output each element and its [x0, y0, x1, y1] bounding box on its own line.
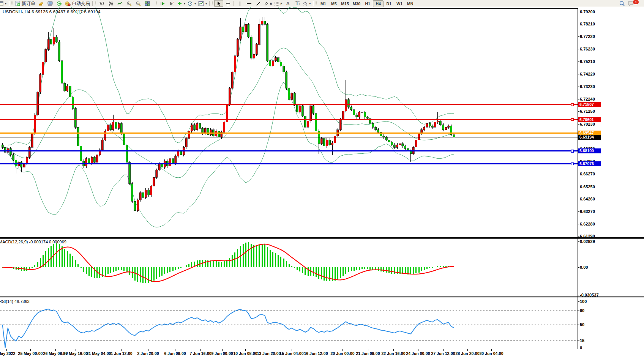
chart-window-button[interactable]: ▾: [0, 0, 8, 7]
price-tick-label: 6.78210: [580, 22, 595, 27]
zoom-out-button[interactable]: [134, 0, 143, 7]
timeframe-button-m30[interactable]: M30: [351, 0, 362, 7]
price-tick-label: 6.65250: [580, 185, 595, 189]
price-tick-label: 6.71250: [580, 109, 595, 114]
signals-icon: [57, 1, 62, 6]
price-badge: 6.67076: [578, 161, 601, 166]
horizontal-line-tool-button[interactable]: [245, 0, 254, 7]
timeframe-button-d1[interactable]: D1: [384, 0, 394, 7]
auto-scroll-button[interactable]: [158, 0, 167, 7]
trendline-tool-button[interactable]: [254, 0, 263, 7]
search-button[interactable]: [617, 0, 627, 7]
rsi-axis-label: 15: [580, 338, 584, 343]
time-axis-label: 24 Jun 00:00: [406, 351, 430, 356]
new-order-icon: [15, 1, 21, 6]
tile-windows-button[interactable]: [143, 0, 152, 7]
chart-title: USDCNH-,H4 6.69126 6.69437 6.69117 6.691…: [3, 9, 101, 14]
price-tick-label: 6.77220: [580, 34, 595, 39]
price-tick-label: 6.73230: [580, 84, 595, 89]
text-tool-button[interactable]: A: [283, 0, 292, 7]
toolbar-separator: [313, 1, 314, 6]
text-label-tool-button[interactable]: T: [292, 0, 301, 7]
hline-drag-marker[interactable]: [571, 103, 573, 106]
macd-axis-label: 0.00: [580, 265, 588, 270]
channel-tool-button[interactable]: E: [263, 0, 273, 7]
toolbar-separator: [209, 1, 210, 6]
horizontal-level-line[interactable]: [0, 163, 578, 164]
add-indicator-button[interactable]: ▾: [176, 0, 186, 7]
horizontal-level-line[interactable]: [0, 104, 578, 105]
chart-canvas[interactable]: [0, 7, 644, 358]
candlestick-chart-button[interactable]: [106, 0, 115, 7]
zoom-in-button[interactable]: [125, 0, 134, 7]
horizontal-line-icon: [246, 1, 252, 6]
time-axis-label: 7 Jun 16:00: [189, 351, 211, 356]
autotrading-icon: [65, 1, 71, 6]
clock-icon: [188, 1, 193, 6]
timeframe-button-h4[interactable]: H4: [373, 0, 384, 7]
bar-chart-button[interactable]: [97, 0, 106, 7]
arrows-tool-button[interactable]: ▾: [301, 0, 312, 7]
hline-drag-marker[interactable]: [571, 150, 573, 152]
price-tick-label: 6.63270: [580, 209, 595, 214]
toolbar-grip: [95, 1, 96, 6]
price-tick-label: 6.61290: [580, 234, 595, 239]
toolbar-right: 1: [617, 0, 642, 7]
timeframe-button-m1[interactable]: M1: [318, 0, 328, 7]
text-tool-glyph: A: [286, 1, 290, 6]
time-axis-label: 21 Jun 08:00: [356, 351, 380, 356]
fibonacci-tool-button[interactable]: F: [273, 0, 283, 7]
macd-axis-label: 0.02829: [580, 239, 595, 244]
horizontal-level-line[interactable]: [0, 132, 578, 134]
notifications-button[interactable]: 1: [627, 0, 642, 7]
horizontal-level-line[interactable]: [0, 137, 578, 137]
macd-axis-label: -0.030537: [580, 293, 599, 298]
cursor-tool-button[interactable]: [214, 0, 223, 7]
toolbar-grip: [212, 1, 213, 6]
timeframe-button-m15[interactable]: M15: [339, 0, 350, 7]
price-tick-label: 6.79200: [580, 9, 595, 14]
chart-shift-icon: [169, 1, 174, 6]
vertical-line-tool-button[interactable]: [235, 0, 245, 7]
price-tick-label: 6.62280: [580, 222, 595, 227]
fibonacci-icon: [274, 1, 279, 6]
hline-drag-marker[interactable]: [571, 163, 573, 165]
chart-area[interactable]: USDCNH-,H4 6.69126 6.69437 6.69117 6.691…: [0, 7, 644, 358]
hline-drag-marker[interactable]: [571, 118, 573, 121]
metaeditor-button[interactable]: [46, 0, 55, 7]
time-axis-label: 20 Jun 00:00: [330, 351, 354, 356]
horizontal-level-line[interactable]: [0, 150, 578, 151]
new-order-button[interactable]: 新订单: [14, 0, 36, 7]
toolbar: ▾ 新订单 自动交易: [0, 0, 644, 7]
add-indicator-icon: [177, 1, 182, 6]
timeframe-button-h1[interactable]: H1: [362, 0, 373, 7]
timeframe-button-m5[interactable]: M5: [328, 0, 339, 7]
templates-button[interactable]: ▾: [197, 0, 208, 7]
time-axis-label: 27 May 16:00: [63, 351, 88, 356]
profiles-button[interactable]: [36, 0, 46, 7]
line-chart-button[interactable]: [115, 0, 125, 7]
vertical-line-icon: [238, 1, 242, 6]
fibonacci-glyph: F: [280, 2, 282, 5]
time-axis-label: 22 Jun 16:00: [381, 351, 405, 356]
timeframe-button-w1[interactable]: W1: [394, 0, 405, 7]
autotrading-button[interactable]: 自动交易: [64, 0, 91, 7]
profiles-icon: [38, 1, 44, 6]
price-badge: 6.71807: [578, 102, 601, 107]
time-axis-label: 28 Jun 20:00: [455, 351, 479, 356]
templates-icon: [198, 1, 204, 6]
chart-shift-button[interactable]: [167, 0, 176, 7]
price-tick-label: 6.74220: [580, 72, 595, 77]
periods-button[interactable]: ▾: [186, 0, 197, 7]
trendline-icon: [256, 1, 261, 6]
horizontal-level-line[interactable]: [0, 119, 578, 120]
toolbar-grip: [316, 1, 317, 6]
timeframe-button-mn[interactable]: MN: [405, 0, 415, 7]
signals-button[interactable]: [55, 0, 64, 7]
time-axis-label: 30 Jun 04:00: [479, 351, 503, 356]
toolbar-separator: [9, 1, 9, 6]
crosshair-tool-button[interactable]: [223, 0, 232, 7]
caret-icon: ▾: [184, 2, 185, 5]
price-tick-label: 6.64260: [580, 197, 595, 202]
timeframe-buttons: M1M5M15M30H1H4D1W1MN: [318, 0, 415, 7]
